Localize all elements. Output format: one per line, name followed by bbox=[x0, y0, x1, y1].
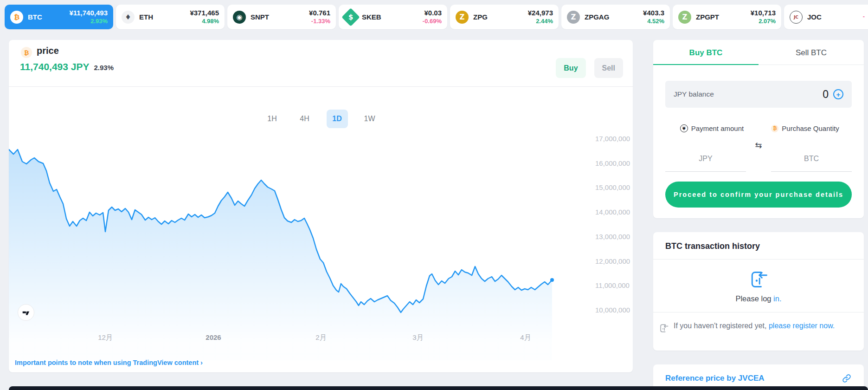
footer-bar bbox=[9, 386, 868, 390]
transaction-history-card: BTC transaction history Please log in. bbox=[653, 232, 864, 351]
timeframe-4h[interactable]: 4H bbox=[294, 110, 315, 128]
eth-coin-icon: ♦ bbox=[122, 11, 135, 24]
price-chart-card: ₿ price 11,740,493 JPY 2.93% Buy Sell 1H… bbox=[9, 40, 633, 372]
y-axis-label: 10,000,000 bbox=[595, 306, 637, 314]
jvcea-reference-link[interactable]: Reference price by JVCEA bbox=[665, 374, 765, 383]
zpgpt-coin-icon: Z bbox=[678, 11, 691, 24]
ticker-change: 4.52% bbox=[643, 18, 664, 25]
ticker-price: ¥10,713 bbox=[751, 9, 776, 18]
ticker-change: 2.93% bbox=[69, 18, 108, 25]
trade-tabs: Buy BTCSell BTC bbox=[653, 48, 864, 65]
ticker-price: ¥403.3 bbox=[643, 9, 664, 18]
current-price: 11,740,493 JPY bbox=[20, 61, 89, 72]
ticker-bar: ₿ BTC ¥11,740,493 2.93% ♦ ETH ¥371,465 4… bbox=[5, 5, 868, 29]
zpgag-coin-icon: Z bbox=[567, 11, 580, 24]
proceed-purchase-button[interactable]: Proceed to confirm your purchase details bbox=[665, 182, 852, 208]
x-axis-label: 3月 bbox=[397, 333, 439, 342]
purchase-quantity-input[interactable]: BTC bbox=[771, 146, 852, 172]
ticker-tile[interactable]: $ SKEB ¥0.03 -0.69% bbox=[339, 5, 447, 29]
ticker-symbol: SKEB bbox=[362, 13, 381, 21]
swap-arrows-icon: ⇆ bbox=[755, 140, 762, 150]
chart-title: price bbox=[37, 46, 59, 56]
ticker-symbol: ETH bbox=[139, 13, 153, 21]
btc-circle-icon: ₿ bbox=[771, 125, 778, 132]
ticker-tile[interactable]: JC JOC - bbox=[784, 5, 868, 29]
ticker-tile[interactable]: Z ZPG ¥24,973 2.44% bbox=[450, 5, 559, 29]
y-axis-label: 13,000,000 bbox=[595, 233, 637, 240]
ticker-symbol: ZPG bbox=[473, 13, 488, 21]
deposit-plus-icon[interactable]: + bbox=[833, 89, 843, 99]
tab-buy-btc[interactable]: Buy BTC bbox=[653, 48, 759, 65]
timeframe-1d[interactable]: 1D bbox=[327, 110, 348, 128]
ticker-price: ¥24,973 bbox=[528, 9, 553, 18]
balance-label: JPY balance bbox=[674, 90, 714, 98]
y-axis-label: 15,000,000 bbox=[595, 183, 637, 191]
joc-coin-icon: JC bbox=[790, 11, 803, 24]
ticker-tile[interactable]: ♦ ETH ¥371,465 4.98% bbox=[116, 5, 225, 29]
y-axis-label: 16,000,000 bbox=[595, 159, 637, 167]
ticker-change: 4.98% bbox=[190, 18, 219, 25]
payment-amount-label: Payment amount bbox=[691, 124, 744, 132]
yen-circle-icon: ¥ bbox=[680, 124, 688, 132]
purchase-quantity-label: Purchase Quantity bbox=[782, 124, 839, 132]
ticker-price: ¥0.03 bbox=[423, 9, 442, 18]
ticker-price: ¥371,465 bbox=[190, 9, 219, 18]
price-change: 2.93% bbox=[94, 64, 114, 72]
header-divider bbox=[9, 86, 633, 87]
buy-button[interactable]: Buy bbox=[556, 58, 585, 78]
ticker-symbol: ZPGPT bbox=[696, 13, 719, 21]
login-link[interactable]: in. bbox=[773, 294, 781, 303]
login-icon bbox=[748, 269, 769, 290]
ticker-tile[interactable]: Z ZPGAG ¥403.3 4.52% bbox=[561, 5, 670, 29]
ticker-price: ¥0.761 bbox=[309, 9, 330, 18]
x-axis-label: 12月 bbox=[84, 333, 126, 342]
chevron-right-icon: › bbox=[200, 359, 203, 366]
tradingview-logo-icon[interactable] bbox=[18, 304, 34, 321]
ticker-tile[interactable]: ₿ BTC ¥11,740,493 2.93% bbox=[5, 5, 113, 29]
y-axis-label: 11,000,000 bbox=[595, 281, 637, 289]
btc-mini-icon: ₿ bbox=[21, 47, 32, 58]
ticker-symbol: SNPT bbox=[251, 13, 269, 21]
history-title: BTC transaction history bbox=[665, 241, 760, 251]
ticker-change: -1.33% bbox=[309, 18, 330, 25]
timeframe-1h[interactable]: 1H bbox=[262, 110, 283, 128]
timeframe-selector: 1H4H1D1W bbox=[262, 110, 380, 128]
price-line-chart bbox=[9, 40, 633, 372]
ticker-symbol: JOC bbox=[807, 13, 822, 21]
ticker-price: ¥11,740,493 bbox=[69, 9, 108, 18]
ticker-tile[interactable]: ◉ SNPT ¥0.761 -1.33% bbox=[227, 5, 336, 29]
balance-value: 0 bbox=[823, 88, 829, 101]
ticker-change: - bbox=[863, 13, 865, 20]
ticker-symbol: BTC bbox=[28, 13, 42, 21]
register-link[interactable]: please register now. bbox=[769, 322, 835, 330]
ticker-change: 2.44% bbox=[528, 18, 553, 25]
ticker-change: 2.07% bbox=[751, 18, 776, 25]
x-axis-label: 2月 bbox=[300, 333, 342, 342]
btc-coin-icon: ₿ bbox=[10, 11, 23, 24]
timeframe-1w[interactable]: 1W bbox=[359, 110, 380, 128]
external-link-icon[interactable] bbox=[842, 373, 852, 384]
tradingview-disclaimer-link[interactable]: Important points to note when using Trad… bbox=[15, 359, 203, 366]
ticker-symbol: ZPGAG bbox=[585, 13, 609, 21]
ticker-change: -0.69% bbox=[423, 18, 442, 25]
skeb-coin-icon: $ bbox=[341, 8, 360, 26]
payment-amount-input[interactable]: JPY bbox=[665, 146, 746, 172]
tab-sell-btc[interactable]: Sell BTC bbox=[759, 48, 864, 65]
buy-sell-card: Buy BTCSell BTC JPY balance 0 + ¥ Paymen… bbox=[653, 40, 864, 218]
y-axis-label: 14,000,000 bbox=[595, 208, 637, 216]
register-prompt: If you haven't registered yet, bbox=[674, 322, 769, 330]
trade-panel: Buy BTCSell BTC JPY balance 0 + ¥ Paymen… bbox=[653, 40, 864, 390]
y-axis-label: 17,000,000 bbox=[595, 135, 637, 143]
y-axis-label: 12,000,000 bbox=[595, 257, 637, 265]
zpg-coin-icon: Z bbox=[456, 11, 469, 24]
snpt-coin-icon: ◉ bbox=[233, 11, 246, 24]
x-axis-label: 2026 bbox=[193, 333, 234, 341]
ticker-tile[interactable]: Z ZPGPT ¥10,713 2.07% bbox=[673, 5, 781, 29]
register-icon bbox=[659, 323, 669, 333]
sell-button[interactable]: Sell bbox=[594, 58, 623, 78]
exchange-page: ₿ BTC ¥11,740,493 2.93% ♦ ETH ¥371,465 4… bbox=[0, 0, 868, 390]
jpy-balance-row: JPY balance 0 + bbox=[665, 81, 852, 108]
x-axis-label: 4月 bbox=[505, 333, 547, 342]
login-prompt: Please log bbox=[735, 294, 773, 303]
